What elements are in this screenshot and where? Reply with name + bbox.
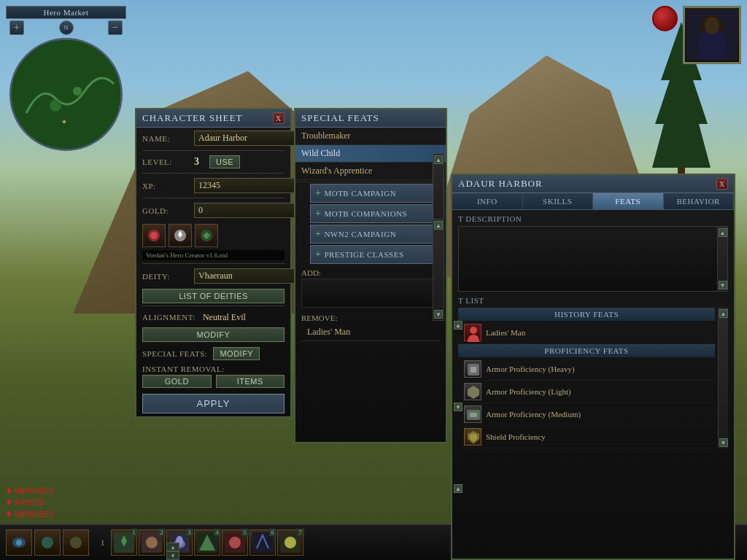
- svg-point-32: [285, 537, 296, 548]
- instant-gold-btn[interactable]: Gold: [142, 375, 212, 388]
- bottom-icon-2[interactable]: [34, 529, 61, 556]
- feat-icon-armor-heavy: [464, 360, 481, 378]
- version-text: Vordan's Hero Creator v1.6.nxl: [142, 250, 285, 260]
- add-label: Add:: [295, 265, 446, 279]
- tab-info[interactable]: Info: [452, 193, 523, 209]
- category-scroll-down[interactable]: ▼: [434, 310, 443, 319]
- desc-scroll-up[interactable]: ▲: [719, 228, 727, 237]
- special-feats-panel: Special Feats Troublemaker Wild Child Wi…: [294, 108, 447, 443]
- status-log: ♦ UNPAUSED ♦ PAUSED ♦ UNPAUSED: [6, 485, 53, 520]
- deity-input[interactable]: [194, 268, 310, 284]
- desc-scroll-down[interactable]: ▼: [719, 281, 727, 289]
- remove-value[interactable]: Ladies' Man: [301, 324, 440, 341]
- bottom-icon-3[interactable]: [63, 529, 89, 556]
- deity-list-btn[interactable]: List of Deities: [142, 289, 285, 303]
- gold-row: Gold: LVL: [136, 200, 290, 221]
- instant-btns-row: Gold Items: [136, 375, 290, 391]
- svg-point-9: [150, 232, 158, 239]
- feat-item-troublemaker[interactable]: Troublemaker: [295, 128, 446, 145]
- level-use-btn[interactable]: Use: [209, 155, 240, 168]
- action-num-7: 7: [297, 529, 304, 536]
- minimap-zoom-out[interactable]: −: [108, 20, 123, 35]
- action-icon-5[interactable]: 5: [222, 529, 248, 556]
- category-scroll-up[interactable]: ▲: [434, 221, 443, 230]
- plus-icon-3: +: [315, 228, 321, 240]
- xp-input[interactable]: [194, 178, 310, 193]
- status-text-3: UNPAUSED: [15, 510, 53, 519]
- svg-point-20: [70, 537, 82, 548]
- tab-behavior[interactable]: Behavior: [664, 193, 735, 209]
- svg-point-18: [16, 540, 22, 545]
- status-line-2: ♦ PAUSED: [6, 497, 53, 508]
- alignment-label: Alignment:: [142, 313, 196, 322]
- feat-list-scroll-up[interactable]: ▲: [719, 309, 728, 318]
- left-scroll-1-up[interactable]: ▲: [454, 321, 462, 330]
- tab-feats[interactable]: Feats: [593, 193, 664, 209]
- level-row: Level: 3 Use: [136, 152, 290, 171]
- bottom-icon-eye[interactable]: [6, 529, 32, 556]
- level-label: Level:: [142, 158, 190, 166]
- feat-list-scroll-down[interactable]: ▼: [719, 438, 728, 447]
- action-icon-4[interactable]: 4: [194, 529, 220, 556]
- deity-row: Deity:: [136, 265, 290, 287]
- left-scroll-2-up[interactable]: ▲: [454, 484, 462, 493]
- character-sheet-panel: Character Sheet X Name: Level: 3 Use XP:…: [135, 108, 292, 418]
- adaur-harbor-panel: Adaur Harbor X Info Skills Feats Behavio…: [451, 174, 735, 560]
- feat-scroll-up[interactable]: ▲: [434, 155, 443, 164]
- action-icon-2[interactable]: 2: [139, 529, 165, 556]
- svg-rect-16: [470, 413, 477, 417]
- gold-input[interactable]: [194, 203, 310, 218]
- svg-point-19: [42, 537, 53, 548]
- svg-point-2: [73, 87, 82, 96]
- adaur-content: t Description ▲ ▼ t List History Feats L…: [452, 210, 734, 453]
- tab-skills[interactable]: Skills: [523, 193, 594, 209]
- special-feats-modify-btn[interactable]: Modify: [213, 347, 260, 360]
- feat-item-wizard[interactable]: Wizard's Apprentice: [295, 163, 446, 180]
- hero-portrait[interactable]: [683, 6, 741, 64]
- deity-icon-1[interactable]: [142, 224, 166, 247]
- deity-label: Deity:: [142, 272, 190, 281]
- action-icon-7[interactable]: 7: [277, 529, 303, 556]
- status-bullet-3: ♦: [6, 508, 12, 520]
- deity-icon-2[interactable]: [169, 224, 192, 247]
- svg-point-23: [146, 537, 158, 548]
- divider-2: [142, 173, 285, 174]
- adaur-close-btn[interactable]: X: [716, 178, 728, 190]
- name-input[interactable]: [194, 131, 310, 146]
- alignment-modify-btn[interactable]: Modify: [142, 327, 285, 342]
- remove-label: Remove:: [295, 311, 446, 324]
- deity-icons-row: [136, 221, 290, 250]
- svg-point-12: [470, 327, 477, 334]
- gold-label: Gold:: [142, 206, 190, 215]
- action-icon-1[interactable]: 1: [111, 529, 137, 556]
- feat-list-container: History Feats Ladies' Man Proficiency Fe…: [458, 308, 728, 448]
- feat-icon-armor-medium: [464, 405, 481, 423]
- feat-ladies-man: Ladies' Man: [458, 322, 715, 344]
- left-scroll-1-down[interactable]: ▼: [454, 402, 462, 411]
- bottom-scroll-up[interactable]: ▲: [166, 542, 179, 551]
- minimap: Hero Market + N −: [6, 6, 126, 152]
- divider-3: [142, 198, 285, 198]
- instant-items-btn[interactable]: Items: [216, 375, 285, 388]
- status-line-3: ♦ UNPAUSED: [6, 508, 53, 520]
- nwn2-campaign-btn[interactable]: + NWN2 Campaign: [310, 225, 440, 244]
- svg-point-0: [12, 40, 123, 151]
- motb-campaign-btn[interactable]: + MotB Campaign: [310, 184, 440, 203]
- prestige-classes-btn[interactable]: + Prestige Classes: [310, 245, 440, 264]
- bottom-scroll-down[interactable]: ▼: [166, 551, 179, 560]
- feat-item-wildchild[interactable]: Wild Child: [295, 145, 446, 163]
- feat-icon-shield: [464, 428, 481, 446]
- feat-icon-armor-light: [464, 383, 481, 400]
- adaur-header: Adaur Harbor X: [452, 175, 734, 193]
- action-icon-6[interactable]: 6: [249, 529, 276, 556]
- svg-point-1: [50, 100, 61, 112]
- minimap-zoom-in[interactable]: +: [9, 20, 24, 35]
- motb-companions-btn[interactable]: + MotB Companions: [310, 204, 440, 223]
- feat-armor-medium: Armor Proficiency (Medium): [458, 403, 715, 426]
- deity-icon-3[interactable]: [195, 224, 218, 247]
- minimap-compass: N: [59, 20, 74, 35]
- char-sheet-close[interactable]: X: [273, 112, 285, 124]
- apply-btn[interactable]: Apply: [142, 394, 285, 413]
- special-feats-title: Special Feats: [301, 112, 379, 124]
- svg-rect-14: [471, 367, 476, 373]
